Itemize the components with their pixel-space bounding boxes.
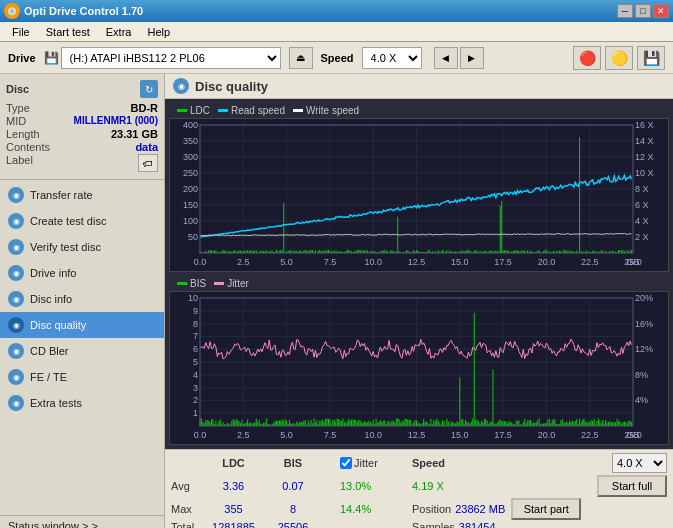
disc-refresh-button[interactable]: ↻	[140, 80, 158, 98]
chart-top-canvas	[170, 119, 668, 271]
sidebar-item-cd-bler[interactable]: ◉ CD Bler	[0, 338, 164, 364]
eject-button[interactable]: ⏏	[289, 47, 313, 69]
speed-select[interactable]: 4.0 X	[362, 47, 422, 69]
disc-length-value: 23.31 GB	[111, 128, 158, 140]
samples-label: Samples	[412, 521, 455, 528]
speed-up-btn[interactable]: ▶	[460, 47, 484, 69]
sidebar-item-transfer-rate[interactable]: ◉ Transfer rate	[0, 182, 164, 208]
minimize-button[interactable]: ─	[617, 4, 633, 18]
sidebar-item-disc-quality[interactable]: ◉ Disc quality	[0, 312, 164, 338]
toolbar-btn-1[interactable]: 🔴	[573, 46, 601, 70]
total-label: Total	[171, 521, 199, 528]
chart-bottom-legend: BIS Jitter	[169, 276, 669, 291]
speed-label: Speed	[321, 52, 354, 64]
jitter-legend-label: Jitter	[227, 278, 249, 289]
disc-length-label: Length	[6, 128, 40, 140]
sidebar-item-extra-tests[interactable]: ◉ Extra tests	[0, 390, 164, 416]
avg-bis: 0.07	[268, 480, 318, 492]
disc-quality-header-icon: ◉	[173, 78, 189, 94]
extra-tests-icon: ◉	[8, 395, 24, 411]
speed-arrows: ◀ ▶	[434, 47, 484, 69]
menubar: File Start test Extra Help	[0, 22, 673, 42]
avg-ldc: 3.36	[201, 480, 266, 492]
toolbar-btn-2[interactable]: 🟡	[605, 46, 633, 70]
maximize-button[interactable]: □	[635, 4, 651, 18]
sidebar-item-verify-test-disc[interactable]: ◉ Verify test disc	[0, 234, 164, 260]
bis-legend-label: BIS	[190, 278, 206, 289]
drive-info-icon: ◉	[8, 265, 24, 281]
start-full-button[interactable]: Start full	[597, 475, 667, 497]
toolbar-icons: 🔴 🟡 💾	[573, 46, 665, 70]
content-area: ◉ Disc quality LDC Read speed Write spee…	[165, 74, 673, 528]
sidebar-item-disc-info[interactable]: ◉ Disc info	[0, 286, 164, 312]
transfer-rate-icon: ◉	[8, 187, 24, 203]
status-window-section: Status window > >	[0, 515, 164, 528]
nav-label-disc-quality: Disc quality	[30, 319, 86, 331]
nav-label-extra-tests: Extra tests	[30, 397, 82, 409]
bis-legend-dot	[177, 282, 187, 285]
chart-top	[169, 118, 669, 272]
window-controls: ─ □ ✕	[617, 4, 669, 18]
menu-file[interactable]: File	[4, 24, 38, 40]
toolbar-btn-3[interactable]: 💾	[637, 46, 665, 70]
max-ldc: 355	[201, 503, 266, 515]
sidebar-item-drive-info[interactable]: ◉ Drive info	[0, 260, 164, 286]
chart-bottom-canvas	[170, 292, 668, 444]
start-part-button[interactable]: Start part	[511, 498, 581, 520]
disc-contents-label: Contents	[6, 141, 50, 153]
main-layout: Disc ↻ Type BD-R MID MILLENMR1 (000) Len…	[0, 74, 673, 528]
drive-select[interactable]: (H:) ATAPI iHBS112 2 PL06	[61, 47, 281, 69]
jitter-col-header: Jitter	[354, 457, 378, 469]
max-jitter: 14.4%	[340, 503, 410, 515]
disc-mid-label: MID	[6, 115, 26, 127]
read-speed-legend-dot	[218, 109, 228, 112]
disc-label-button[interactable]: 🏷	[138, 154, 158, 172]
disc-contents-value: data	[135, 141, 158, 153]
disc-panel: Disc ↻ Type BD-R MID MILLENMR1 (000) Len…	[0, 74, 164, 180]
avg-label: Avg	[171, 480, 199, 492]
position-val: 23862 MB	[455, 503, 505, 515]
content-title: Disc quality	[195, 79, 268, 94]
nav-label-verify-test-disc: Verify test disc	[30, 241, 101, 253]
write-speed-legend-label: Write speed	[306, 105, 359, 116]
read-speed-legend-label: Read speed	[231, 105, 285, 116]
status-window-label[interactable]: Status window > >	[8, 520, 156, 528]
jitter-checkbox[interactable]	[340, 457, 352, 469]
menu-extra[interactable]: Extra	[98, 24, 140, 40]
menu-starttest[interactable]: Start test	[38, 24, 98, 40]
disc-type-value: BD-R	[131, 102, 159, 114]
nav-label-cd-bler: CD Bler	[30, 345, 69, 357]
create-test-disc-icon: ◉	[8, 213, 24, 229]
sidebar: Disc ↻ Type BD-R MID MILLENMR1 (000) Len…	[0, 74, 165, 528]
ldc-col-header: LDC	[201, 457, 266, 469]
ldc-legend-dot	[177, 109, 187, 112]
menu-help[interactable]: Help	[139, 24, 178, 40]
disc-quality-icon: ◉	[8, 317, 24, 333]
disc-info-icon: ◉	[8, 291, 24, 307]
verify-test-disc-icon: ◉	[8, 239, 24, 255]
disc-type-label: Type	[6, 102, 30, 114]
drive-label: Drive	[8, 52, 36, 64]
drivebar: Drive 💾 (H:) ATAPI iHBS112 2 PL06 ⏏ Spee…	[0, 42, 673, 74]
write-speed-legend-dot	[293, 109, 303, 112]
fe-te-icon: ◉	[8, 369, 24, 385]
avg-jitter: 13.0%	[340, 480, 410, 492]
close-button[interactable]: ✕	[653, 4, 669, 18]
stats-section: LDC BIS Jitter Speed 4.0 X Avg 3.36 0.07	[165, 449, 673, 528]
cd-bler-icon: ◉	[8, 343, 24, 359]
bis-col-header: BIS	[268, 457, 318, 469]
max-label: Max	[171, 503, 199, 515]
sidebar-item-fe-te[interactable]: ◉ FE / TE	[0, 364, 164, 390]
disc-mid-value: MILLENMR1 (000)	[74, 115, 158, 127]
ldc-legend-label: LDC	[190, 105, 210, 116]
nav-label-fe-te: FE / TE	[30, 371, 67, 383]
samples-val: 381454	[459, 521, 496, 528]
speed-down-btn[interactable]: ◀	[434, 47, 458, 69]
speed-result-select[interactable]: 4.0 X	[612, 453, 667, 473]
content-header: ◉ Disc quality	[165, 74, 673, 99]
total-bis: 25506	[268, 521, 318, 528]
sidebar-item-create-test-disc[interactable]: ◉ Create test disc	[0, 208, 164, 234]
charts-area: LDC Read speed Write speed BIS	[165, 99, 673, 449]
nav-label-drive-info: Drive info	[30, 267, 76, 279]
jitter-legend-dot	[214, 282, 224, 285]
